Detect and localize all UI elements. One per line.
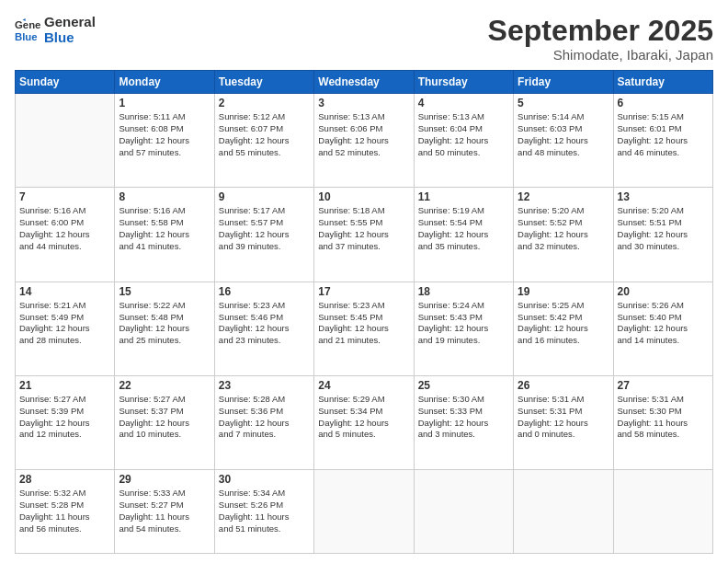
day-info: Sunrise: 5:20 AM Sunset: 5:52 PM Dayligh… — [518, 205, 609, 252]
calendar-day-header: Tuesday — [214, 71, 313, 94]
calendar-cell: 12Sunrise: 5:20 AM Sunset: 5:52 PM Dayli… — [514, 188, 613, 282]
calendar-cell: 21Sunrise: 5:27 AM Sunset: 5:39 PM Dayli… — [16, 376, 115, 470]
day-info: Sunrise: 5:28 AM Sunset: 5:36 PM Dayligh… — [219, 394, 310, 441]
day-number: 25 — [418, 379, 509, 392]
calendar-day-header: Saturday — [613, 71, 712, 94]
day-number: 17 — [318, 285, 409, 298]
day-info: Sunrise: 5:29 AM Sunset: 5:34 PM Dayligh… — [318, 394, 409, 441]
day-number: 12 — [518, 190, 609, 203]
calendar-cell: 11Sunrise: 5:19 AM Sunset: 5:54 PM Dayli… — [414, 188, 513, 282]
logo-icon: General Blue — [15, 17, 40, 43]
calendar-table: SundayMondayTuesdayWednesdayThursdayFrid… — [15, 70, 713, 554]
day-info: Sunrise: 5:15 AM Sunset: 6:01 PM Dayligh… — [618, 111, 709, 158]
day-info: Sunrise: 5:31 AM Sunset: 5:31 PM Dayligh… — [518, 394, 609, 441]
calendar-cell: 13Sunrise: 5:20 AM Sunset: 5:51 PM Dayli… — [613, 188, 712, 282]
calendar-cell: 5Sunrise: 5:14 AM Sunset: 6:03 PM Daylig… — [514, 94, 613, 188]
day-number: 10 — [318, 190, 409, 203]
day-number: 19 — [518, 285, 609, 298]
day-info: Sunrise: 5:33 AM Sunset: 5:27 PM Dayligh… — [119, 488, 210, 534]
day-number: 30 — [219, 473, 310, 486]
day-info: Sunrise: 5:31 AM Sunset: 5:30 PM Dayligh… — [618, 394, 709, 441]
day-info: Sunrise: 5:27 AM Sunset: 5:37 PM Dayligh… — [119, 394, 210, 441]
day-number: 16 — [219, 285, 310, 298]
logo-general: General — [44, 15, 96, 30]
day-info: Sunrise: 5:25 AM Sunset: 5:42 PM Dayligh… — [518, 300, 609, 347]
day-number: 27 — [618, 379, 709, 392]
calendar-cell: 10Sunrise: 5:18 AM Sunset: 5:55 PM Dayli… — [314, 188, 414, 282]
day-info: Sunrise: 5:17 AM Sunset: 5:57 PM Dayligh… — [219, 205, 310, 252]
day-number: 21 — [19, 379, 110, 392]
calendar-cell: 27Sunrise: 5:31 AM Sunset: 5:30 PM Dayli… — [613, 376, 712, 470]
svg-text:General: General — [15, 19, 40, 30]
calendar-cell — [613, 470, 712, 554]
day-number: 3 — [318, 97, 409, 109]
day-info: Sunrise: 5:20 AM Sunset: 5:51 PM Dayligh… — [618, 205, 709, 252]
day-info: Sunrise: 5:11 AM Sunset: 6:08 PM Dayligh… — [119, 111, 210, 158]
day-info: Sunrise: 5:26 AM Sunset: 5:40 PM Dayligh… — [618, 300, 709, 347]
calendar-cell: 19Sunrise: 5:25 AM Sunset: 5:42 PM Dayli… — [514, 282, 613, 375]
day-info: Sunrise: 5:32 AM Sunset: 5:28 PM Dayligh… — [19, 488, 110, 534]
calendar-day-header: Monday — [115, 71, 214, 94]
day-number: 18 — [418, 285, 509, 298]
day-number: 11 — [418, 190, 509, 203]
calendar-cell: 3Sunrise: 5:13 AM Sunset: 6:06 PM Daylig… — [314, 94, 414, 188]
logo: General Blue General Blue — [15, 15, 96, 45]
calendar-cell: 4Sunrise: 5:13 AM Sunset: 6:04 PM Daylig… — [414, 94, 513, 188]
calendar-cell: 6Sunrise: 5:15 AM Sunset: 6:01 PM Daylig… — [613, 94, 712, 188]
calendar-cell: 2Sunrise: 5:12 AM Sunset: 6:07 PM Daylig… — [214, 94, 313, 188]
day-number: 23 — [219, 379, 310, 392]
day-info: Sunrise: 5:34 AM Sunset: 5:26 PM Dayligh… — [219, 488, 310, 534]
day-info: Sunrise: 5:19 AM Sunset: 5:54 PM Dayligh… — [418, 205, 509, 252]
calendar-week-row: 1Sunrise: 5:11 AM Sunset: 6:08 PM Daylig… — [16, 94, 713, 188]
calendar-cell: 1Sunrise: 5:11 AM Sunset: 6:08 PM Daylig… — [115, 94, 214, 188]
day-info: Sunrise: 5:27 AM Sunset: 5:39 PM Dayligh… — [19, 394, 110, 441]
day-number: 7 — [19, 190, 110, 203]
calendar-cell: 16Sunrise: 5:23 AM Sunset: 5:46 PM Dayli… — [214, 282, 313, 375]
day-number: 20 — [618, 285, 709, 298]
calendar-cell: 26Sunrise: 5:31 AM Sunset: 5:31 PM Dayli… — [514, 376, 613, 470]
day-number: 9 — [219, 190, 310, 203]
calendar-cell: 20Sunrise: 5:26 AM Sunset: 5:40 PM Dayli… — [613, 282, 712, 375]
calendar-week-row: 14Sunrise: 5:21 AM Sunset: 5:49 PM Dayli… — [16, 282, 713, 375]
day-number: 22 — [119, 379, 210, 392]
day-info: Sunrise: 5:14 AM Sunset: 6:03 PM Dayligh… — [518, 111, 609, 158]
day-info: Sunrise: 5:16 AM Sunset: 6:00 PM Dayligh… — [19, 205, 110, 252]
calendar-day-header: Friday — [514, 71, 613, 94]
day-number: 5 — [518, 97, 609, 109]
calendar-cell: 15Sunrise: 5:22 AM Sunset: 5:48 PM Dayli… — [115, 282, 214, 375]
day-number: 8 — [119, 190, 210, 203]
calendar-cell: 18Sunrise: 5:24 AM Sunset: 5:43 PM Dayli… — [414, 282, 513, 375]
page-title: September 2025 — [488, 15, 713, 47]
calendar-cell: 14Sunrise: 5:21 AM Sunset: 5:49 PM Dayli… — [16, 282, 115, 375]
day-info: Sunrise: 5:23 AM Sunset: 5:46 PM Dayligh… — [219, 300, 310, 347]
page-subtitle: Shimodate, Ibaraki, Japan — [488, 47, 713, 63]
title-block: September 2025 Shimodate, Ibaraki, Japan — [488, 15, 713, 63]
calendar-cell: 22Sunrise: 5:27 AM Sunset: 5:37 PM Dayli… — [115, 376, 214, 470]
calendar-week-row: 28Sunrise: 5:32 AM Sunset: 5:28 PM Dayli… — [16, 470, 713, 554]
day-number: 26 — [518, 379, 609, 392]
calendar-cell — [414, 470, 513, 554]
page-header: General Blue General Blue September 2025… — [15, 15, 713, 63]
day-number: 15 — [119, 285, 210, 298]
calendar-cell: 9Sunrise: 5:17 AM Sunset: 5:57 PM Daylig… — [214, 188, 313, 282]
day-info: Sunrise: 5:18 AM Sunset: 5:55 PM Dayligh… — [318, 205, 409, 252]
calendar-day-header: Wednesday — [314, 71, 414, 94]
calendar-cell — [16, 94, 115, 188]
logo-text: General Blue — [44, 15, 96, 45]
svg-text:Blue: Blue — [15, 30, 38, 41]
day-info: Sunrise: 5:21 AM Sunset: 5:49 PM Dayligh… — [19, 300, 110, 347]
day-info: Sunrise: 5:24 AM Sunset: 5:43 PM Dayligh… — [418, 300, 509, 347]
day-info: Sunrise: 5:30 AM Sunset: 5:33 PM Dayligh… — [418, 394, 509, 441]
calendar-cell: 23Sunrise: 5:28 AM Sunset: 5:36 PM Dayli… — [214, 376, 313, 470]
day-number: 28 — [19, 473, 110, 486]
calendar-cell: 25Sunrise: 5:30 AM Sunset: 5:33 PM Dayli… — [414, 376, 513, 470]
day-info: Sunrise: 5:13 AM Sunset: 6:06 PM Dayligh… — [318, 111, 409, 158]
calendar-cell: 17Sunrise: 5:23 AM Sunset: 5:45 PM Dayli… — [314, 282, 414, 375]
day-info: Sunrise: 5:22 AM Sunset: 5:48 PM Dayligh… — [119, 300, 210, 347]
calendar-week-row: 21Sunrise: 5:27 AM Sunset: 5:39 PM Dayli… — [16, 376, 713, 470]
day-info: Sunrise: 5:12 AM Sunset: 6:07 PM Dayligh… — [219, 111, 310, 158]
day-number: 13 — [618, 190, 709, 203]
calendar-cell — [314, 470, 414, 554]
calendar-week-row: 7Sunrise: 5:16 AM Sunset: 6:00 PM Daylig… — [16, 188, 713, 282]
day-number: 14 — [19, 285, 110, 298]
